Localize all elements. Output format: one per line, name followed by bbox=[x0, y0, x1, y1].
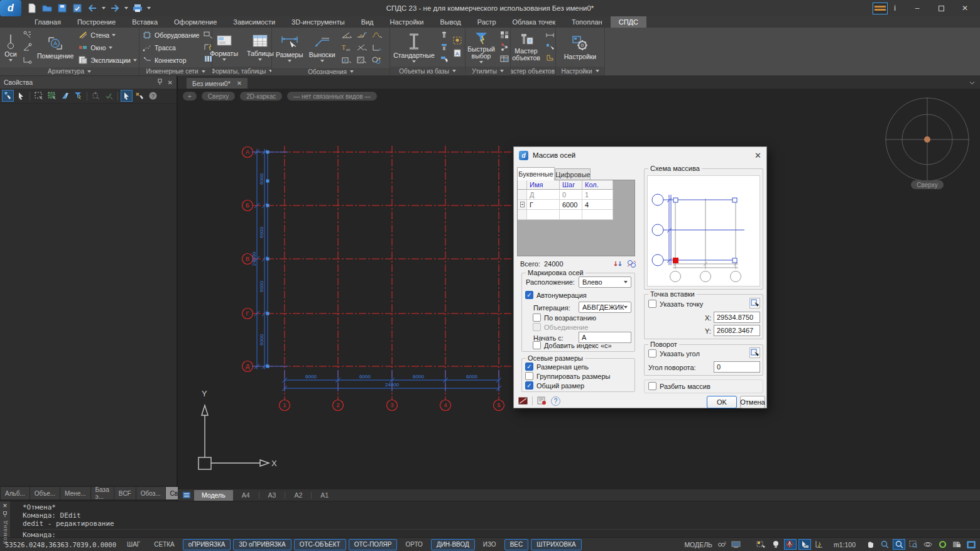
section-mark-icon[interactable] bbox=[371, 43, 383, 53]
select-cursor-icon[interactable] bbox=[15, 90, 27, 102]
dim-chain-checkbox[interactable] bbox=[525, 363, 533, 371]
overall-dim-checkbox-row[interactable]: Общий размер bbox=[525, 381, 584, 390]
regen-icon[interactable] bbox=[936, 539, 949, 550]
pick-angle-checkbox[interactable] bbox=[648, 349, 656, 357]
dim-chain-checkbox-row[interactable]: Размерная цепь bbox=[525, 363, 589, 371]
open-folder-icon[interactable] bbox=[41, 3, 53, 14]
space-mode-label[interactable]: МОДЕЛЬ bbox=[684, 541, 712, 548]
menu-tab-zavisimosti[interactable]: Зависимости bbox=[225, 16, 283, 28]
compass-view-label[interactable]: Сверху bbox=[911, 180, 944, 189]
group-title-utilities[interactable]: Утилиты bbox=[466, 67, 510, 75]
viewport-icon[interactable] bbox=[730, 539, 743, 550]
rotation-angle-input[interactable]: 0 bbox=[714, 361, 760, 373]
group-dims-checkbox-row[interactable]: Группировать размеры bbox=[525, 372, 610, 380]
group-title-annotations[interactable]: Обозначения bbox=[272, 68, 389, 75]
deselect-icon[interactable] bbox=[134, 90, 146, 102]
redo-icon[interactable] bbox=[109, 3, 121, 14]
zoom-realtime-icon[interactable] bbox=[893, 539, 905, 550]
axis-angle-icon[interactable] bbox=[23, 43, 32, 53]
object-master-button[interactable]: Мастер объектов bbox=[511, 32, 542, 62]
view-mark-icon[interactable]: A bbox=[341, 56, 352, 65]
viewport-visual-style-control[interactable]: 2D-каркас bbox=[240, 92, 282, 101]
room-button[interactable]: Помещение bbox=[35, 35, 75, 60]
save-icon[interactable] bbox=[57, 3, 68, 14]
command-pin-icon[interactable] bbox=[3, 511, 8, 518]
cell-name[interactable] bbox=[527, 210, 560, 220]
tables-dropdown-icon[interactable] bbox=[258, 58, 262, 61]
menu-tab-spds[interactable]: СПДС bbox=[611, 16, 646, 28]
lightbulb-icon[interactable] bbox=[770, 539, 782, 550]
save-settings-icon[interactable] bbox=[536, 396, 547, 406]
cell-count[interactable]: 1 bbox=[582, 190, 613, 200]
dim-tool-icon[interactable] bbox=[545, 31, 555, 40]
settings-button[interactable]: Настройки bbox=[562, 34, 599, 61]
flip-select-icon[interactable] bbox=[59, 90, 71, 102]
menu-tab-vid[interactable]: Вид bbox=[353, 16, 382, 28]
ascending-checkbox[interactable] bbox=[533, 314, 541, 322]
explode-checkbox-row[interactable]: Разбить массив bbox=[648, 382, 710, 390]
pick-point-checkbox-row[interactable]: Указать точку bbox=[648, 300, 703, 308]
orbit-icon[interactable] bbox=[922, 539, 934, 550]
row-expander-cell[interactable] bbox=[518, 210, 527, 220]
axis-monitor-icon[interactable] bbox=[813, 539, 825, 550]
layout-list-icon[interactable] bbox=[180, 491, 193, 500]
squares-icon[interactable] bbox=[500, 31, 509, 40]
row-expander-cell[interactable] bbox=[518, 190, 527, 200]
renumber-icon[interactable] bbox=[613, 259, 624, 269]
hatch-icon[interactable] bbox=[356, 56, 368, 65]
cancel-button[interactable]: Отмена bbox=[740, 396, 765, 408]
toggle-osnap[interactable]: оПРИВЯЗКА bbox=[183, 539, 231, 550]
menu-tab-oformlenie[interactable]: Оформление bbox=[166, 16, 225, 28]
help-icon[interactable]: ? bbox=[147, 90, 159, 102]
menu-tab-postroenie[interactable]: Построение bbox=[69, 16, 124, 28]
leaders-dropdown-icon[interactable] bbox=[320, 60, 324, 62]
print-icon[interactable] bbox=[132, 3, 143, 14]
cell-name[interactable]: Г bbox=[527, 200, 560, 210]
maximize-button[interactable] bbox=[932, 2, 950, 14]
toggle-otrack-polar[interactable]: ОТС-ПОЛЯР bbox=[349, 539, 398, 550]
menu-tab-oblaka[interactable]: Облака точек bbox=[504, 16, 564, 28]
info-icon[interactable]: i bbox=[894, 4, 896, 13]
toggle-snap-step[interactable]: ШАГ bbox=[121, 539, 146, 550]
quick-select-dropdown-icon[interactable] bbox=[479, 61, 483, 63]
pick-angle-checkbox-row[interactable]: Указать угол bbox=[648, 349, 700, 357]
pick-point-checkbox[interactable] bbox=[648, 300, 656, 308]
tab-list-chevron-icon[interactable] bbox=[969, 79, 975, 86]
ok-button[interactable]: OK bbox=[707, 396, 737, 408]
axis-offset-icon[interactable] bbox=[23, 55, 32, 65]
toggle-grid[interactable]: СЕТКА bbox=[148, 539, 180, 550]
pick-point-button[interactable] bbox=[749, 298, 760, 308]
lettering-select[interactable]: АБВГДЕЖИК bbox=[579, 302, 631, 313]
minimize-button[interactable]: – bbox=[908, 2, 926, 14]
cursor-badge-icon[interactable] bbox=[798, 539, 811, 550]
layout-tab-a3[interactable]: A3 bbox=[261, 490, 284, 501]
level-mark-icon[interactable] bbox=[356, 31, 368, 40]
panel-tab-albums[interactable]: Альб... bbox=[1, 487, 30, 499]
menu-tab-rastr[interactable]: Растр bbox=[469, 16, 504, 28]
layout-tab-model[interactable]: Модель bbox=[194, 490, 233, 501]
standard-parts-dropdown-icon[interactable] bbox=[412, 60, 416, 63]
explication-button[interactable]: Экспликации bbox=[77, 54, 138, 66]
tab-number-axes[interactable]: Цифровые bbox=[555, 168, 591, 180]
filter-select-icon[interactable] bbox=[72, 90, 84, 102]
layout-tab-a4[interactable]: A4 bbox=[234, 490, 258, 501]
fastener-select-icon[interactable] bbox=[440, 55, 449, 64]
qat-customize-icon[interactable] bbox=[147, 7, 151, 9]
menu-tab-nastroiki[interactable]: Настройки bbox=[382, 16, 432, 28]
viewport-linked-views-control[interactable]: — нет связанных видов — bbox=[287, 92, 377, 101]
profile-icon[interactable] bbox=[545, 54, 555, 63]
save-as-icon[interactable] bbox=[72, 3, 83, 14]
panel-tab-database[interactable]: База э... bbox=[91, 487, 114, 499]
menu-tab-3d[interactable]: 3D-инструменты bbox=[283, 16, 353, 28]
add-selection-icon[interactable] bbox=[2, 90, 14, 102]
x-coordinate-input[interactable]: 29534.8750 bbox=[714, 312, 760, 323]
selection-cycling-icon[interactable] bbox=[784, 539, 797, 550]
quick-select-button[interactable]: Быстрый выбор bbox=[466, 30, 497, 64]
undo-dropdown-icon[interactable] bbox=[102, 7, 106, 9]
pin-icon[interactable] bbox=[157, 79, 163, 86]
toggle-3d-osnap[interactable]: 3D оПРИВЯЗКА bbox=[233, 539, 291, 550]
redo-dropdown-icon[interactable] bbox=[124, 7, 128, 9]
cell-name[interactable]: Д bbox=[527, 190, 560, 200]
group-title-architecture[interactable]: Архитектура bbox=[0, 67, 139, 75]
cell-step[interactable] bbox=[560, 210, 582, 220]
